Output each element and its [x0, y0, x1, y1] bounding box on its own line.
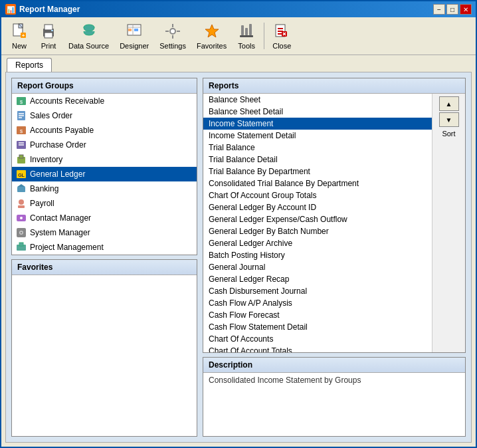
toolbar-designer-button[interactable]: Designer: [115, 20, 153, 52]
group-label-pay: Payroll: [30, 199, 54, 208]
description-content: Consolidated Income Statement by Groups: [203, 373, 465, 436]
group-item-pm[interactable]: Project Management: [12, 240, 197, 255]
report-groups-header: Report Groups: [12, 78, 197, 94]
toolbar-favorites-button[interactable]: Favorites: [192, 20, 231, 52]
group-item-po[interactable]: Purchase Order: [12, 138, 197, 152]
report-item-is[interactable]: Income Statement: [203, 118, 432, 130]
left-panel: Report Groups $ Accounts Receivable: [11, 78, 197, 437]
report-item-tbd[interactable]: Trial Balance Detail: [203, 154, 432, 166]
svg-text:GL: GL: [18, 173, 25, 177]
group-item-bank[interactable]: Banking: [12, 181, 197, 196]
svg-rect-25: [240, 35, 253, 37]
group-item-ap[interactable]: $ Accounts Payable: [12, 123, 197, 138]
title-bar: 📊 Report Manager − □ ✕: [1, 1, 476, 17]
svg-rect-24: [249, 24, 252, 35]
svg-rect-23: [245, 28, 248, 35]
toolbar-settings-button[interactable]: Settings: [155, 20, 191, 52]
report-item-glba[interactable]: General Ledger By Account ID: [203, 201, 432, 213]
toolbar: + New Print: [1, 17, 476, 55]
tab-reports[interactable]: Reports: [7, 58, 52, 72]
group-label-po: Purchase Order: [30, 140, 86, 150]
report-item-tb[interactable]: Trial Balance: [203, 142, 432, 154]
svg-rect-18: [172, 35, 173, 39]
report-item-tbdep[interactable]: Trial Balance By Department: [203, 166, 432, 177]
group-item-sys[interactable]: System Manager: [12, 225, 197, 240]
favorites-icon: [203, 22, 221, 41]
toolbar-separator: [264, 23, 264, 49]
report-item-ctbd[interactable]: Consolidated Trial Balance By Department: [203, 177, 432, 189]
report-item-gleco[interactable]: General Ledger Expense/Cash Outflow: [203, 213, 432, 225]
designer-label: Designer: [120, 42, 149, 50]
toolbar-close-button[interactable]: Close: [268, 20, 296, 52]
sort-label: Sort: [442, 130, 455, 138]
sort-down-button[interactable]: ▼: [439, 112, 459, 127]
report-item-cff[interactable]: Cash Flow Forecast: [203, 309, 432, 321]
svg-rect-8: [51, 30, 53, 31]
group-item-pay[interactable]: Payroll: [12, 196, 197, 211]
sort-up-button[interactable]: ▲: [439, 96, 459, 111]
group-item-so[interactable]: Sales Order: [12, 108, 197, 123]
toolbar-datasource-button[interactable]: Data Source: [64, 20, 114, 52]
group-label-so: Sales Order: [30, 111, 72, 120]
report-item-bph[interactable]: Batch Posting History: [203, 249, 432, 261]
svg-text:$: $: [20, 128, 23, 134]
group-item-inv[interactable]: Inventory: [12, 152, 197, 167]
report-item-glr[interactable]: General Ledger Recap: [203, 273, 432, 285]
reports-list: Balance Sheet Balance Sheet Detail Incom…: [203, 94, 432, 352]
toolbar-new-button[interactable]: + New: [5, 20, 33, 52]
report-item-coat[interactable]: Chart Of Account Totals: [203, 345, 432, 352]
po-icon: [16, 140, 27, 150]
favorites-box: Favorites: [11, 259, 197, 437]
designer-icon: [125, 22, 143, 41]
report-item-cdj[interactable]: Cash Disbursement Journal: [203, 285, 432, 297]
pay-icon: [16, 198, 27, 209]
svg-rect-13: [134, 29, 138, 31]
gl-icon: GL: [16, 169, 27, 179]
title-bar-left: 📊 Report Manager: [5, 4, 80, 15]
report-item-bs[interactable]: Balance Sheet: [203, 94, 432, 106]
reports-header: Reports: [203, 78, 465, 94]
group-item-ar[interactable]: $ Accounts Receivable: [12, 94, 197, 108]
group-label-cm: Contact Manager: [30, 213, 91, 223]
report-item-cfap[interactable]: Cash Flow A/P Analysis: [203, 297, 432, 309]
svg-marker-49: [17, 184, 25, 187]
group-label-gl: General Ledger: [30, 169, 85, 179]
cm-icon: [16, 213, 27, 223]
report-item-coa[interactable]: Chart Of Accounts: [203, 333, 432, 345]
toolbar-print-button[interactable]: Print: [35, 20, 62, 52]
report-item-cfsd[interactable]: Cash Flow Statement Detail: [203, 321, 432, 333]
sys-icon: [16, 227, 27, 238]
so-icon: [16, 110, 27, 121]
close-window-button[interactable]: ✕: [460, 4, 472, 15]
group-label-sys: System Manager: [30, 228, 90, 237]
settings-label: Settings: [159, 42, 186, 50]
favorites-header: Favorites: [12, 260, 197, 275]
print-icon: [39, 22, 58, 41]
tab-bar: Reports: [1, 55, 476, 72]
report-item-bsd[interactable]: Balance Sheet Detail: [203, 106, 432, 118]
maximize-button[interactable]: □: [446, 4, 458, 15]
group-item-cm[interactable]: Contact Manager: [12, 211, 197, 225]
favorites-content: [12, 275, 197, 436]
svg-rect-20: [177, 31, 180, 32]
favorites-label: Favorites: [197, 42, 227, 50]
report-item-gj[interactable]: General Journal: [203, 261, 432, 273]
tools-icon: [237, 22, 256, 41]
report-item-glbn[interactable]: General Ledger By Batch Number: [203, 225, 432, 237]
minimize-button[interactable]: −: [433, 4, 445, 15]
report-item-gla[interactable]: General Ledger Archive: [203, 237, 432, 249]
pm-icon: [16, 242, 27, 253]
toolbar-tools-button[interactable]: Tools: [233, 20, 260, 52]
reports-list-container: Balance Sheet Balance Sheet Detail Incom…: [203, 94, 465, 352]
ar-icon: $: [16, 96, 27, 106]
svg-rect-51: [18, 205, 25, 208]
content-area: Report Groups $ Accounts Receivable: [5, 72, 472, 443]
close-label: Close: [272, 42, 291, 50]
report-item-coagt[interactable]: Chart Of Account Group Totals: [203, 189, 432, 201]
group-item-gl[interactable]: GL General Ledger: [12, 167, 197, 181]
report-item-isd[interactable]: Income Statement Detail: [203, 130, 432, 142]
title-buttons: − □ ✕: [433, 4, 472, 15]
svg-rect-45: [19, 155, 23, 158]
ap-icon: $: [16, 125, 27, 136]
group-label-inv: Inventory: [30, 155, 62, 164]
